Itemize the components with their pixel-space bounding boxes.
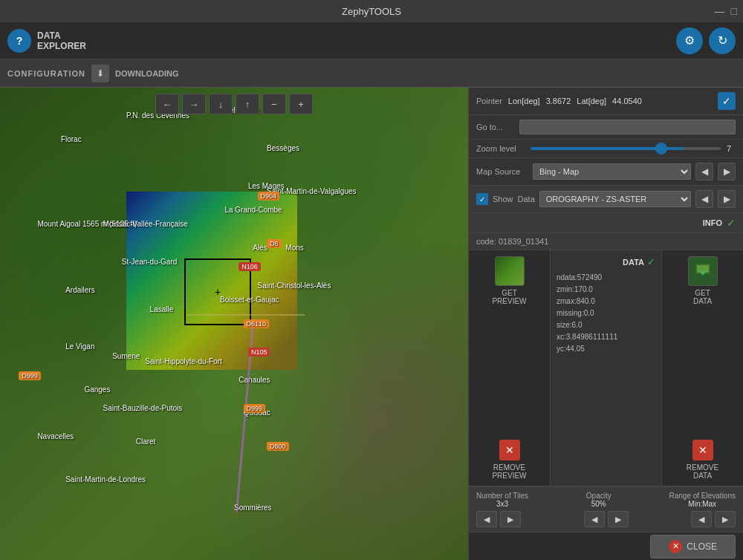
opacity-stat: Opacity 50%: [586, 492, 611, 508]
settings-button[interactable]: ⚙: [676, 27, 703, 54]
info-row: INFO ✓: [469, 213, 743, 233]
app-title-block: DATA EXPLORER: [37, 30, 86, 51]
download-icon: ⬇: [91, 65, 109, 82]
range-value: Min:Max: [688, 500, 716, 508]
goto-row: Go to...: [469, 115, 743, 140]
stat-zmin: zmin:170.0: [557, 284, 655, 296]
stat-missing: missing:0.0: [557, 307, 655, 319]
code-text: code: 01839_01341: [476, 237, 548, 246]
download-label: DOWNLOADING: [115, 69, 179, 78]
get-data-button[interactable]: GETDATA: [688, 256, 718, 305]
range-label: Range of Elevations: [669, 492, 736, 500]
lon-value: 3.8672: [546, 97, 571, 105]
close-bar: ✕ CLOSE: [469, 532, 743, 560]
goto-label: Go to...: [476, 123, 513, 131]
get-preview-button[interactable]: GETPREVIEW: [492, 256, 526, 305]
middle-content: GETPREVIEW ✕ REMOVEPREVIEW DATA ✓ n: [469, 250, 743, 486]
opacity-label: Opacity: [586, 492, 611, 500]
refresh-button[interactable]: ↻: [709, 27, 736, 54]
stats-row2: ◀ ▶ ◀ ▶ ◀ ▶: [476, 511, 736, 527]
stats-row1: Number of Tiles 3x3 Opacity 50% Range of…: [476, 492, 736, 508]
zoom-label: Zoom level: [476, 144, 525, 153]
config-label: CONFIGURATION: [7, 69, 85, 78]
opacity-next-button[interactable]: ▶: [608, 511, 629, 527]
getdata-section: GETDATA ✕ REMOVEDATA: [661, 250, 743, 486]
code-row: code: 01839_01341: [469, 233, 743, 250]
pan-left-button[interactable]: ←: [155, 94, 179, 114]
info-label: INFO: [703, 218, 722, 227]
map-area[interactable]: ← → ↓ ↑ − + FloracP.N. des CévennesBelle…: [0, 88, 468, 560]
bottom-stats: Number of Tiles 3x3 Opacity 50% Range of…: [469, 486, 743, 532]
goto-input[interactable]: [519, 120, 736, 134]
datainfo-section: DATA ✓ ndata:572490 zmin:170.0 zmax:840.…: [551, 250, 661, 486]
app-icon: ?: [7, 29, 31, 53]
right-panel: Pointer Lon[deg] 3.8672 Lat[deg] 44.0540…: [468, 88, 743, 560]
show-checkbox[interactable]: ✓: [476, 193, 488, 205]
tiles-label: Number of Tiles: [476, 492, 528, 500]
window-controls: — □: [715, 5, 737, 17]
stat-zmax: zmax:840.0: [557, 296, 655, 307]
tiles-value: 3x3: [496, 500, 508, 508]
data-stats: ndata:572490 zmin:170.0 zmax:840.0 missi…: [557, 272, 655, 355]
mapsource-row: Map Source Bing - Map Google Maps OpenSt…: [469, 158, 743, 186]
app-title: ZephyTOOLS: [342, 6, 401, 17]
tiles-stat: Number of Tiles 3x3: [476, 492, 528, 508]
mapsource-select[interactable]: Bing - Map Google Maps OpenStreetMap: [533, 163, 691, 180]
showdata-prev-button[interactable]: ◀: [695, 190, 713, 208]
pan-right-button[interactable]: →: [182, 94, 206, 114]
minimize-button[interactable]: —: [715, 5, 725, 17]
stat-yc: yc:44.05: [557, 343, 655, 355]
map-navigation-controls: ← → ↓ ↑ − +: [155, 94, 313, 114]
data-check: ✓: [647, 256, 655, 267]
zoom-out-button[interactable]: −: [262, 94, 286, 114]
data-panel: INFO ✓ code: 01839_01341 GETPREVIEW: [469, 213, 743, 532]
remove-preview-button[interactable]: ✕ REMOVEPREVIEW: [492, 440, 526, 480]
configbar: CONFIGURATION ⬇ DOWNLOADING: [0, 59, 743, 88]
mapsource-next-button[interactable]: ▶: [718, 163, 736, 180]
lat-value: 44.0540: [612, 97, 642, 105]
range-next-button[interactable]: ▶: [715, 511, 736, 527]
main-content: ← → ↓ ↑ − + FloracP.N. des CévennesBelle…: [0, 88, 743, 560]
showdata-select[interactable]: OROGRAPHY - ZS-ASTER WIND DATA SOLAR DAT…: [539, 191, 691, 207]
pan-up-button[interactable]: ↑: [236, 94, 259, 114]
opacity-prev-button[interactable]: ◀: [584, 511, 605, 527]
close-label: CLOSE: [687, 541, 717, 552]
pan-down-button[interactable]: ↓: [209, 94, 233, 114]
pointer-label: Pointer: [476, 97, 502, 105]
opacity-value: 50%: [591, 500, 606, 508]
preview-section: GETPREVIEW ✕ REMOVEPREVIEW: [469, 250, 551, 486]
data-title: DATA: [623, 258, 644, 267]
maximize-button[interactable]: □: [731, 5, 737, 17]
tiles-next-button[interactable]: ▶: [500, 511, 521, 527]
showdata-next-button[interactable]: ▶: [718, 190, 736, 208]
get-data-label: GETDATA: [693, 289, 712, 305]
get-preview-label: GETPREVIEW: [492, 289, 526, 305]
remove-preview-label: REMOVEPREVIEW: [492, 463, 526, 480]
top-right-icons: ⚙ ↻: [676, 27, 736, 54]
remove-data-button[interactable]: ✕ REMOVEDATA: [687, 440, 718, 480]
showdata-row: ✓ Show Data OROGRAPHY - ZS-ASTER WIND DA…: [469, 186, 743, 213]
preview-icon-box: [495, 256, 525, 286]
topbar: ? DATA EXPLORER ⚙ ↻: [0, 22, 743, 59]
info-check: ✓: [727, 217, 736, 229]
zoom-slider[interactable]: [531, 147, 721, 150]
range-prev-button[interactable]: ◀: [691, 511, 712, 527]
range-stat: Range of Elevations Min:Max: [669, 492, 736, 508]
tiles-prev-button[interactable]: ◀: [476, 511, 497, 527]
stat-size: size:6.0: [557, 319, 655, 331]
close-icon: ✕: [669, 540, 682, 553]
data-label: Data: [518, 195, 535, 204]
titlebar: ZephyTOOLS — □: [0, 0, 743, 22]
zoom-in-button[interactable]: +: [289, 94, 313, 114]
mapsource-prev-button[interactable]: ◀: [695, 163, 713, 180]
zoom-row: Zoom level 7: [469, 140, 743, 158]
stat-xc: xc:3.84986111111: [557, 331, 655, 343]
mapsource-label: Map Source: [476, 167, 528, 176]
pointer-confirm-button[interactable]: ✓: [718, 92, 736, 110]
road-badge-n106-2: N105: [248, 348, 270, 356]
close-button[interactable]: ✕ CLOSE: [650, 535, 736, 559]
road-badge-n106-1: N106: [239, 262, 261, 271]
show-label: Show: [493, 195, 513, 204]
stat-ndata: ndata:572490: [557, 272, 655, 284]
app-line2: EXPLORER: [37, 41, 86, 51]
